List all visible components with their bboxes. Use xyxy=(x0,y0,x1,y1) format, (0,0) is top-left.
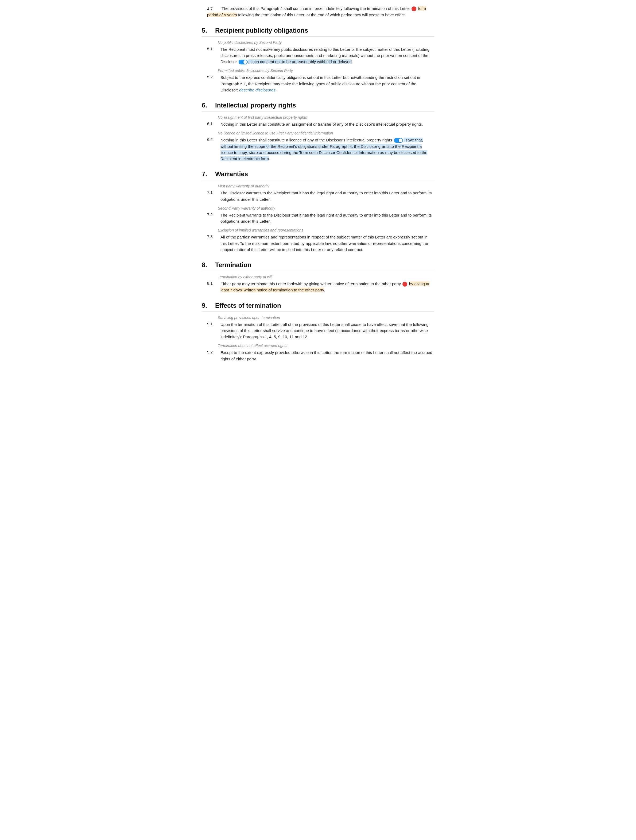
clause-9-1-text: Upon the termination of this Letter, all… xyxy=(220,321,434,340)
highlight-8-1: by giving at least 7 days' written notic… xyxy=(220,281,430,292)
section-8-header: 8. Termination xyxy=(202,261,434,271)
highlight-period-4-7: for a period of 5 years xyxy=(207,6,426,17)
clause-number-7-2: 7.2 xyxy=(207,212,220,217)
clause-number-9-2: 9.2 xyxy=(207,349,220,354)
toggle-switch-5-1[interactable] xyxy=(239,60,248,65)
clause-number-4-7: 4.7 xyxy=(207,5,220,12)
highlight-5-1: , such consent not to be unreasonably wi… xyxy=(248,59,352,64)
section-5-number: 5. xyxy=(202,27,215,34)
clause-9-1: 9.1 Upon the termination of this Letter,… xyxy=(202,321,434,340)
section-9: 9. Effects of termination Surviving prov… xyxy=(202,302,434,362)
red-dot-8-1[interactable] xyxy=(403,282,407,287)
subsection-label-5-no-public: No public disclosures by Second Party xyxy=(202,40,434,45)
subsection-label-7-second-warranty: Second Party warranty of authority xyxy=(202,206,434,210)
clause-number-5-1: 5.1 xyxy=(207,46,220,51)
section-6-header: 6. Intellectual property rights xyxy=(202,102,434,112)
section-8: 8. Termination Termination by either par… xyxy=(202,261,434,293)
section-7-number: 7. xyxy=(202,170,215,178)
clause-8-1-text: Either party may terminate this Letter f… xyxy=(220,281,434,293)
section-5-header: 5. Recipient publicity obligations xyxy=(202,27,434,36)
section-8-title: Termination xyxy=(215,261,252,269)
section-8-number: 8. xyxy=(202,261,215,269)
clause-number-9-1: 9.1 xyxy=(207,321,220,326)
section-6-number: 6. xyxy=(202,102,215,109)
clause-number-7-3: 7.3 xyxy=(207,234,220,239)
subsection-label-9-surviving: Surviving provisions upon termination xyxy=(202,316,434,320)
subsection-label-6-no-licence: No licence or limited licence to use Fir… xyxy=(202,131,434,135)
clause-7-1: 7.1 The Disclosor warrants to the Recipi… xyxy=(202,190,434,202)
clause-6-2-text: Nothing in this Letter shall constitute … xyxy=(220,137,434,162)
clause-9-2: 9.2 Except to the extent expressly provi… xyxy=(202,349,434,362)
subsection-label-5-permitted: Permitted public disclosures by Second P… xyxy=(202,68,434,73)
toggle-6-2[interactable] xyxy=(394,138,403,143)
subsection-label-8-termination-will: Termination by either party at will xyxy=(202,275,434,279)
clause-number-8-1: 8.1 xyxy=(207,281,220,286)
toggle-5-1[interactable] xyxy=(239,60,248,65)
clause-4-7-body: The provisions of this Paragraph 4 shall… xyxy=(207,6,426,17)
clause-number-6-1: 6.1 xyxy=(207,121,220,126)
subsection-label-7-exclusion: Exclusion of implied warranties and repr… xyxy=(202,228,434,232)
clause-5-1-text: The Recipient must not make any public d… xyxy=(220,46,434,65)
clause-7-2-text: The Recipient warrants to the Disclosor … xyxy=(220,212,434,224)
clause-5-2-text: Subject to the express confidentiality o… xyxy=(220,74,434,93)
clause-6-2: 6.2 Nothing in this Letter shall constit… xyxy=(202,137,434,162)
document-container: 4.7 The provisions of this Paragraph 4 s… xyxy=(191,0,445,375)
section-9-number: 9. xyxy=(202,302,215,309)
clause-number-7-1: 7.1 xyxy=(207,190,220,195)
clause-5-2-italic: describe disclosures. xyxy=(239,88,277,92)
clause-5-1: 5.1 The Recipient must not make any publ… xyxy=(202,46,434,65)
clause-4-7-text: 4.7 The provisions of this Paragraph 4 s… xyxy=(207,5,434,18)
clause-4-7-container: 4.7 The provisions of this Paragraph 4 s… xyxy=(202,5,434,18)
toggle-switch-6-2[interactable] xyxy=(394,138,403,143)
red-dot-4-7[interactable] xyxy=(411,6,416,11)
clause-number-6-2: 6.2 xyxy=(207,137,220,142)
section-6-title: Intellectual property rights xyxy=(215,102,296,109)
section-5-title: Recipient publicity obligations xyxy=(215,27,308,34)
section-9-header: 9. Effects of termination xyxy=(202,302,434,312)
section-7-title: Warranties xyxy=(215,170,248,178)
clause-6-1-text: Nothing in this Letter shall constitute … xyxy=(220,121,434,127)
subsection-label-6-no-assign: No assignment of first party intellectua… xyxy=(202,115,434,120)
subsection-label-9-accrued: Termination does not affect accrued righ… xyxy=(202,344,434,348)
clause-7-2: 7.2 The Recipient warrants to the Disclo… xyxy=(202,212,434,224)
clause-8-1: 8.1 Either party may terminate this Lett… xyxy=(202,281,434,293)
clause-7-1-text: The Disclosor warrants to the Recipient … xyxy=(220,190,434,202)
clause-6-1: 6.1 Nothing in this Letter shall constit… xyxy=(202,121,434,127)
clause-9-2-text: Except to the extent expressly provided … xyxy=(220,349,434,362)
section-7-header: 7. Warranties xyxy=(202,170,434,180)
subsection-label-7-first-warranty: First party warranty of authority xyxy=(202,184,434,188)
clause-number-5-2: 5.2 xyxy=(207,74,220,79)
clause-7-3: 7.3 All of the parties' warranties and r… xyxy=(202,234,434,253)
clause-7-3-text: All of the parties' warranties and repre… xyxy=(220,234,434,253)
section-9-title: Effects of termination xyxy=(215,302,281,309)
section-6: 6. Intellectual property rights No assig… xyxy=(202,102,434,162)
clause-5-2: 5.2 Subject to the express confidentiali… xyxy=(202,74,434,93)
section-7: 7. Warranties First party warranty of au… xyxy=(202,170,434,253)
section-5: 5. Recipient publicity obligations No pu… xyxy=(202,27,434,93)
